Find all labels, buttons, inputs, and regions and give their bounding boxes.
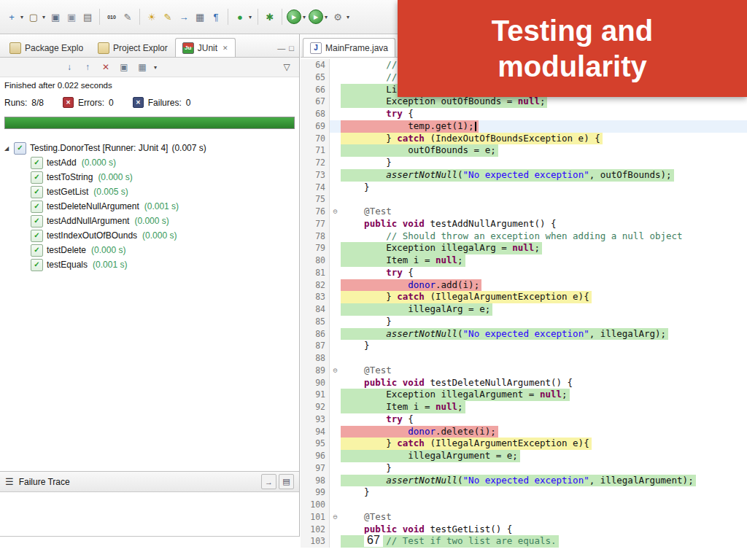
line-number[interactable]: 66 [301,84,330,96]
failure-trace-bar[interactable]: ☰ Failure Trace →▤ [0,471,299,492]
line-number[interactable]: 67 [301,96,330,108]
line-number[interactable]: 73 [301,169,330,182]
line-number[interactable]: 94 [301,426,330,438]
code-line[interactable]: 100 [301,499,747,511]
line-number[interactable]: 98 [301,475,330,487]
coverage-button[interactable]: ▶ [309,9,323,24]
code-line[interactable]: 73 assertNotNull("No expected exception"… [301,169,747,182]
code-line[interactable]: 91 Exception illegalArgument = null; [301,389,747,401]
test-result-item[interactable]: ✓testDeleteNullArgument(0.001 s) [3,199,296,214]
code-line[interactable]: 99 } [301,486,747,499]
code-line[interactable]: 67 Exception outOfBounds = null; [301,96,747,108]
test-result-item[interactable]: ✓testGetList(0.005 s) [3,184,296,199]
code-line[interactable]: 80 Item i = null; [301,254,747,267]
line-number[interactable]: 84 [301,303,330,316]
line-number[interactable]: 68 [301,108,330,120]
code-line[interactable]: 97 } [301,462,747,475]
profile-button[interactable]: ⚙ [330,9,345,24]
test-result-item[interactable]: ✓testDelete(0.000 s) [3,243,296,257]
code-line[interactable]: 88 [301,352,747,365]
line-number[interactable]: 86 [301,328,330,341]
line-number[interactable]: 83 [301,291,330,303]
synchronize-button-caret-icon[interactable]: ▾ [249,14,252,20]
failures-only-button[interactable]: ✕ [99,61,112,74]
tab-package-explorer[interactable]: Package Explo [2,38,90,57]
tab-junit[interactable]: JuJUnit✕ [175,38,236,57]
line-number[interactable]: 64 [301,59,330,71]
line-number[interactable]: 77 [301,218,330,230]
external-tools-button[interactable]: ✱ [263,9,277,24]
fold-marker-icon[interactable]: ⊖ [330,206,341,218]
synchronize-button[interactable]: ● [233,9,247,24]
minimize-view-button[interactable]: — [277,44,285,52]
line-number[interactable]: 75 [301,193,330,206]
highlight-button[interactable]: ✎ [160,9,175,24]
new-menu-button-caret-icon[interactable]: ▾ [42,14,45,20]
code-line[interactable]: 101⊖ @Test [301,511,747,524]
code-line[interactable]: 77 public void testAddNullArgument() { [301,218,747,230]
line-number[interactable]: 89 [301,365,330,377]
line-number[interactable]: 80 [301,254,330,267]
line-number[interactable]: 71 [301,144,330,157]
code-line[interactable]: 85 } [301,316,747,328]
line-number[interactable]: 101 [301,511,330,524]
code-line[interactable]: 69 temp.get(1); [301,120,747,133]
code-line[interactable]: 79 Exception illegalArg = null; [301,242,747,254]
line-number[interactable]: 82 [301,279,330,292]
tab-project-explorer[interactable]: Project Explor [90,38,175,57]
code-line[interactable]: 78 // Should throw an exception when add… [301,230,747,243]
show-whitespace-button[interactable]: ¶ [209,9,223,24]
line-number[interactable]: 69 [301,120,330,133]
view-menu-button[interactable]: ▽ [280,61,293,74]
code-line[interactable]: 81 try { [301,267,747,279]
code-line[interactable]: 84 illegalArg = e; [301,303,747,316]
line-number[interactable]: 96 [301,450,330,462]
code-line[interactable]: 75 [301,193,747,206]
line-number[interactable]: 78 [301,230,330,243]
expander-icon[interactable]: ◢ [3,145,10,152]
previous-failed-test-button[interactable]: ↑ [81,61,94,74]
line-number[interactable]: 90 [301,377,330,389]
next-failed-test-button[interactable]: ↓ [63,61,76,74]
test-result-item[interactable]: ✓testEquals(0.001 s) [3,257,296,272]
code-line[interactable]: 92 Item i = null; [301,401,747,413]
test-result-item[interactable]: ✓testToString(0.000 s) [3,170,296,184]
line-number[interactable]: 102 [301,524,330,536]
test-result-item[interactable]: ✓testAdd(0.000 s) [3,155,296,170]
fold-marker-icon[interactable]: ⊖ [330,365,341,377]
code-line[interactable]: 76⊖ @Test [301,206,747,218]
code-line[interactable]: 98 assertNotNull("No expected exception"… [301,475,747,487]
search-button[interactable]: ☀ [144,9,159,24]
line-number[interactable]: 76 [301,206,330,218]
code-line[interactable]: 94 donor.delete(i); [301,426,747,438]
line-number[interactable]: 70 [301,133,330,145]
compare-result-button[interactable]: ▤ [279,474,294,489]
save-all-button[interactable]: ▣ [64,9,79,24]
test-result-item[interactable]: ✓testAddNullArgument(0.000 s) [3,214,296,228]
code-line[interactable]: 95 } catch (IllegalArgumentException e){ [301,438,747,450]
profile-button-caret-icon[interactable]: ▾ [347,14,349,20]
code-line[interactable]: 83 } catch (IllegalArgumentException e){ [301,291,747,303]
open-table-button[interactable]: ▦ [193,9,207,24]
code-line[interactable]: 70 } catch (IndexOutOfBoundsException e)… [301,133,747,145]
show-trace-in-console-button[interactable]: → [261,474,276,489]
new-menu-button[interactable]: ▢ [26,9,41,24]
close-icon[interactable]: ✕ [222,44,228,52]
line-number[interactable]: 97 [301,462,330,475]
tab-mainframe-java[interactable]: J MainFrame.java [303,38,395,57]
code-line[interactable]: 93 try { [301,413,747,426]
line-number[interactable]: 87 [301,340,330,352]
scroll-lock-button[interactable]: ▣ [117,61,131,74]
line-number[interactable]: 72 [301,157,330,169]
line-number[interactable]: 81 [301,267,330,279]
code-editor[interactable]: 64 //65 //66 List<Item> temp = donor.get… [301,58,747,560]
code-line[interactable]: 90 public void testDeleteNullArgument() … [301,377,747,389]
binary-literals-button[interactable]: 010 [104,9,119,24]
code-line[interactable]: 86 assertNotNull("No expected exception"… [301,328,747,341]
test-run-history-button[interactable]: ▦ [136,61,149,74]
test-suite-item[interactable]: ◢✓Testing.DonorTest [Runner: JUnit 4] (0… [3,141,296,155]
run-button[interactable]: ▶ [287,9,301,24]
line-number[interactable]: 88 [301,352,330,365]
coverage-button-caret-icon[interactable]: ▾ [325,14,328,20]
line-number[interactable]: 92 [301,401,330,413]
